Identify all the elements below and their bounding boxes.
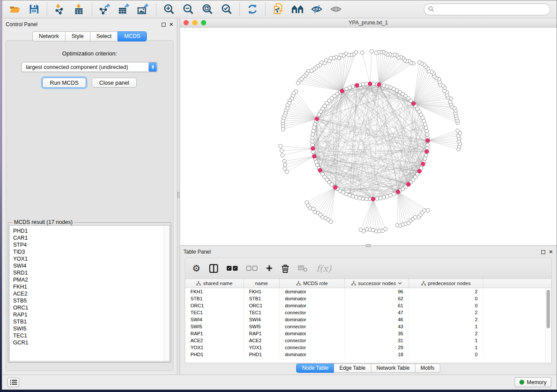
network-canvas[interactable] [180, 28, 557, 245]
import-network-button[interactable] [53, 3, 66, 16]
result-node[interactable]: STB1 [13, 318, 164, 325]
table-row[interactable]: YOX1YOX1connector291 [185, 344, 551, 351]
mcds-hub-node[interactable] [377, 83, 381, 86]
memory-button[interactable]: Memory [515, 377, 551, 387]
cell-shared_name[interactable]: ACE2 [185, 337, 244, 344]
graph-node[interactable] [311, 140, 314, 143]
table-scrollbar-thumb[interactable] [547, 290, 550, 328]
tab-select[interactable]: Select [90, 31, 118, 41]
table-row[interactable]: SWI5SWI5connector431 [185, 323, 551, 330]
close-panel-icon[interactable]: ✕ [549, 249, 553, 254]
table-row[interactable]: STB1STB1dominator620 [185, 295, 551, 302]
panel-divider[interactable] [177, 18, 180, 375]
graph-node[interactable] [280, 154, 284, 157]
cell-role[interactable]: dominator [280, 330, 345, 337]
cell-shared_name[interactable]: SWI5 [185, 323, 244, 330]
mcds-hub-node[interactable] [371, 197, 375, 201]
result-node[interactable]: RAP1 [13, 311, 164, 318]
tab-edge-table[interactable]: Edge Table [334, 364, 371, 373]
table-row[interactable]: ORC1ORC1dominator610 [185, 302, 551, 309]
graph-node[interactable] [382, 196, 385, 199]
graph-node[interactable] [308, 206, 311, 210]
graph-node[interactable] [311, 136, 314, 140]
graph-node[interactable] [280, 149, 284, 152]
table-row[interactable]: ACE2ACE2connector311 [185, 337, 551, 344]
cell-successors[interactable]: 61 [345, 302, 409, 309]
graph-node[interactable] [423, 157, 427, 160]
mcds-hub-node[interactable] [312, 155, 316, 158]
result-node[interactable]: PHD1 [13, 227, 164, 234]
table-row[interactable]: FKH1FKH1dominator962 [185, 288, 551, 295]
graph-node[interactable] [351, 195, 355, 198]
cell-name[interactable]: PHD1 [244, 351, 280, 358]
cell-name[interactable]: ORC1 [244, 302, 280, 309]
cell-shared_name[interactable]: RAP1 [185, 330, 244, 337]
mcds-hub-node[interactable] [407, 182, 411, 186]
graph-node[interactable] [360, 51, 364, 55]
result-node[interactable]: PMA2 [13, 276, 164, 283]
cell-successors[interactable]: 46 [345, 316, 409, 323]
close-panel-button[interactable]: Close panel [92, 78, 137, 88]
graph-node[interactable] [379, 196, 382, 200]
graph-node[interactable] [283, 163, 287, 166]
graph-node[interactable] [365, 82, 368, 86]
cell-successors[interactable]: 18 [345, 351, 409, 358]
zoom-selected-button[interactable] [220, 3, 233, 16]
cell-shared_name[interactable]: ORC1 [185, 302, 244, 309]
tab-network[interactable]: Network [32, 31, 65, 41]
cell-role[interactable]: dominator [280, 302, 345, 309]
cell-shared_name[interactable]: PHD1 [185, 351, 244, 358]
clone-network-button[interactable] [272, 3, 285, 16]
cell-role[interactable]: connector [280, 323, 345, 330]
graph-node[interactable] [424, 126, 428, 129]
result-node[interactable]: STB5 [13, 297, 164, 304]
mcds-hub-node[interactable] [340, 89, 344, 93]
graph-node[interactable] [426, 133, 429, 136]
graph-node[interactable] [313, 123, 317, 126]
cell-name[interactable]: FKH1 [244, 288, 280, 295]
graph-node[interactable] [382, 84, 385, 87]
graph-node[interactable] [426, 209, 429, 212]
cell-role[interactable]: connector [280, 344, 345, 351]
table-row[interactable]: SWI4SWI4dominator462 [185, 316, 551, 323]
cell-successors[interactable]: 31 [345, 337, 409, 344]
cell-name[interactable]: TEC1 [244, 309, 280, 316]
result-node[interactable]: CAR1 [13, 234, 164, 241]
graph-node[interactable] [375, 197, 379, 200]
cell-predecessors[interactable]: 0 [409, 302, 483, 309]
graph-node[interactable] [311, 143, 314, 147]
graph-node[interactable] [456, 129, 459, 132]
graph-node[interactable] [358, 196, 361, 200]
graph-node[interactable] [385, 85, 389, 88]
cell-role[interactable]: dominator [280, 288, 345, 295]
zoom-in-button[interactable] [163, 3, 176, 16]
run-mcds-button[interactable]: Run MCDS [42, 78, 86, 88]
import-table-button[interactable] [73, 3, 86, 16]
result-node[interactable]: TEC1 [13, 332, 164, 339]
column-header-MCDS-role[interactable]: MCDS role [280, 279, 345, 288]
mcds-result-list[interactable]: PHD1CAR1STP4TID3YOX1SWI4SRD1PMA2FKH1ACE2… [9, 225, 170, 361]
graph-node[interactable] [384, 227, 387, 230]
column-header-successor-nodes[interactable]: successor nodes [345, 279, 409, 288]
column-header-shared-name[interactable]: shared name [185, 279, 244, 288]
graph-node[interactable] [413, 215, 417, 219]
graph-node[interactable] [281, 127, 285, 131]
cell-predecessors[interactable]: 0 [409, 351, 483, 358]
cell-role[interactable]: dominator [280, 351, 345, 358]
result-node[interactable]: ACE2 [13, 290, 164, 297]
graph-node[interactable] [365, 197, 368, 201]
table-settings-icon[interactable]: ⚙ [192, 264, 201, 273]
result-node[interactable]: ORC1 [13, 304, 164, 311]
cell-successors[interactable]: 47 [345, 309, 409, 316]
add-column-icon[interactable]: + [266, 264, 273, 273]
close-panel-icon[interactable]: ✕ [169, 22, 173, 27]
cell-name[interactable]: STB1 [244, 295, 280, 302]
result-node[interactable]: FKH1 [13, 283, 164, 290]
mcds-hub-node[interactable] [418, 169, 422, 173]
mcds-hub-node[interactable] [412, 102, 415, 106]
result-node[interactable]: TID3 [13, 248, 164, 255]
float-window-icon[interactable] [162, 23, 166, 27]
mcds-hub-node[interactable] [355, 83, 359, 87]
graph-node[interactable] [372, 82, 375, 86]
cell-predecessors[interactable]: 1 [409, 337, 483, 344]
